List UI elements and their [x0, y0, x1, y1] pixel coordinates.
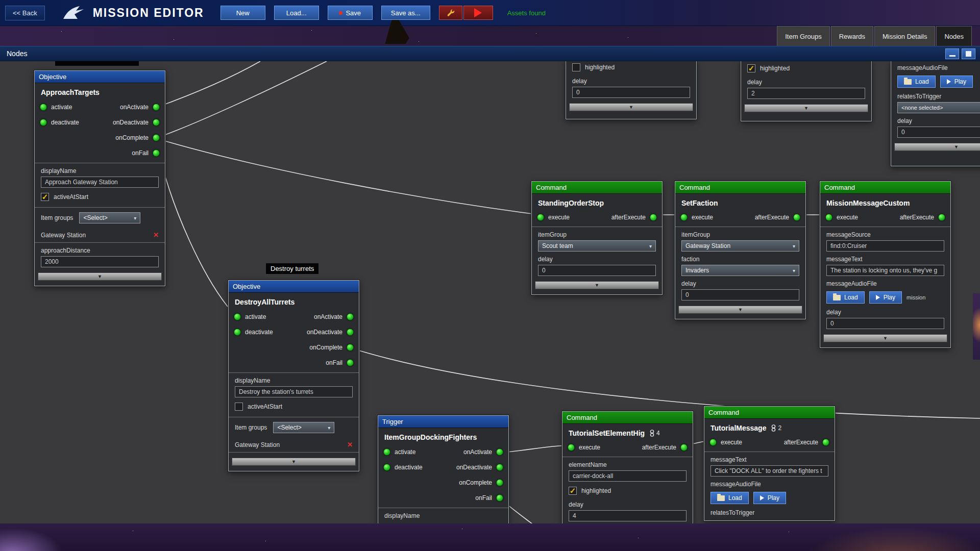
tab-mission-details[interactable]: Mission Details [874, 26, 935, 46]
input-port-icon[interactable] [383, 448, 390, 456]
input-port-icon[interactable] [568, 444, 575, 451]
port-onactivate[interactable]: onActivate [310, 313, 354, 320]
item-groups-dropdown[interactable]: <Select> ▾ [79, 212, 140, 223]
node-header[interactable]: Command [532, 182, 662, 194]
input-port-icon[interactable] [40, 104, 47, 111]
port-activate[interactable]: activate [383, 448, 420, 456]
output-port-icon[interactable] [153, 149, 160, 157]
node-command-tutorialsetelement[interactable]: Command TutorialSetElementHig 4 execute … [562, 411, 693, 523]
port-execute[interactable]: execute [568, 444, 604, 451]
port-execute[interactable]: execute [537, 214, 574, 221]
port-execute[interactable]: execute [825, 214, 862, 221]
message-text-input[interactable]: The station is locking onto us, they've … [826, 265, 944, 276]
node-scrollbar[interactable]: ▼ [744, 104, 868, 112]
play-audio-button[interactable]: Play [753, 492, 786, 504]
delay-input[interactable]: 2 [747, 88, 865, 99]
output-port-icon[interactable] [496, 494, 503, 502]
save-as-button[interactable]: Save as... [381, 6, 430, 20]
node-scrollbar[interactable]: ▼ [535, 281, 659, 289]
run-mission-button[interactable] [463, 6, 493, 20]
output-port-icon[interactable] [793, 214, 800, 221]
node-partial-top-right[interactable]: messageAudioFile Load Play relatesToTrig… [891, 61, 980, 166]
node-scrollbar[interactable]: ▼ [232, 458, 356, 466]
new-button[interactable]: New [220, 6, 265, 20]
node-header[interactable]: Command [562, 412, 693, 424]
port-afterexecute[interactable]: afterExecute [607, 214, 657, 221]
load-mission-button[interactable]: Load... [274, 6, 319, 20]
approach-distance-input[interactable]: 2000 [41, 256, 159, 267]
input-port-icon[interactable] [537, 214, 544, 221]
node-trigger-dockingfighters[interactable]: Trigger ItemGroupDockingFighters activat… [378, 415, 509, 523]
node-scrollbar[interactable]: ▼ [569, 103, 693, 111]
element-name-input[interactable]: carrier-dock-all [569, 470, 687, 482]
output-port-icon[interactable] [347, 344, 354, 351]
node-objective-destroyallturrets[interactable]: Objective DestroyAllTurrets activate onA… [228, 280, 359, 471]
message-text-input[interactable]: Click "DOCK ALL" to order the fighters t [710, 465, 828, 477]
node-label-destroy-turrets[interactable]: Destroy turrets [266, 263, 318, 274]
output-port-icon[interactable] [153, 134, 160, 141]
faction-dropdown[interactable]: Invaders ▾ [681, 265, 799, 276]
output-port-icon[interactable] [153, 104, 160, 111]
node-command-missionmessagecustom[interactable]: Command MissionMessageCustom execute aft… [820, 181, 951, 348]
minimize-button[interactable] [945, 48, 959, 59]
remove-item-button[interactable]: ✕ [153, 231, 159, 239]
port-ondeactivate[interactable]: onDeactivate [303, 329, 354, 336]
remove-item-button[interactable]: ✕ [347, 441, 353, 448]
input-port-icon[interactable] [234, 313, 241, 320]
item-group-dropdown[interactable]: Scout team ▾ [538, 240, 656, 252]
relates-to-trigger-dropdown[interactable]: <none selected> ▾ [897, 102, 980, 113]
item-groups-dropdown[interactable]: <Select> ▾ [273, 422, 334, 433]
output-port-icon[interactable] [938, 214, 945, 221]
port-ondeactivate[interactable]: onDeactivate [109, 119, 160, 126]
highlighted-checkbox[interactable] [572, 63, 580, 71]
node-header[interactable]: Objective [35, 71, 165, 83]
node-header[interactable]: Command [675, 182, 805, 194]
back-button[interactable]: << Back [5, 6, 45, 20]
port-execute[interactable]: execute [709, 439, 746, 446]
play-audio-button[interactable]: Play [869, 291, 902, 304]
output-port-icon[interactable] [347, 329, 354, 336]
port-afterexecute[interactable]: afterExecute [751, 214, 800, 221]
delay-input[interactable]: 4 [569, 510, 687, 521]
output-port-icon[interactable] [496, 448, 503, 456]
output-port-icon[interactable] [496, 464, 503, 471]
node-header[interactable]: Command [704, 407, 835, 419]
active-at-start-checkbox[interactable] [235, 403, 243, 411]
output-port-icon[interactable] [496, 479, 503, 486]
port-afterexecute[interactable]: afterExecute [638, 444, 688, 451]
tab-item-groups[interactable]: Item Groups [777, 26, 830, 46]
node-canvas[interactable]: Objective ApproachTargets activate onAct… [0, 61, 980, 523]
node-partial-top-a[interactable]: highlighted delay 0 ▼ [566, 61, 697, 119]
port-activate[interactable]: activate [234, 313, 270, 320]
node-command-tutorialmessage[interactable]: Command TutorialMessage 2 execute afterE… [704, 406, 835, 521]
node-label-cutoff[interactable] [55, 61, 139, 66]
node-partial-top-b[interactable]: ✓ highlighted delay 2 ▼ [741, 61, 872, 121]
node-header[interactable]: Command [820, 182, 950, 194]
load-audio-button[interactable]: Load [710, 492, 749, 504]
display-name-input[interactable]: Destroy the station's turrets [235, 386, 353, 397]
port-activate[interactable]: activate [40, 104, 76, 111]
input-port-icon[interactable] [825, 214, 832, 221]
input-port-icon[interactable] [383, 464, 390, 471]
tools-wrench-button[interactable] [439, 6, 462, 20]
display-name-input[interactable]: Approach Gateway Station [41, 177, 159, 188]
output-port-icon[interactable] [347, 313, 354, 320]
port-afterexecute[interactable]: afterExecute [780, 439, 829, 446]
delay-input[interactable]: 0 [538, 265, 656, 276]
output-port-icon[interactable] [153, 119, 160, 126]
output-port-icon[interactable] [822, 439, 829, 446]
port-onactivate[interactable]: onActivate [116, 104, 160, 111]
node-objective-approachtargets[interactable]: Objective ApproachTargets activate onAct… [34, 70, 165, 286]
port-onfail[interactable]: onFail [322, 359, 354, 366]
highlighted-checkbox[interactable]: ✓ [569, 487, 577, 495]
tab-rewards[interactable]: Rewards [831, 26, 873, 46]
highlighted-checkbox[interactable]: ✓ [747, 64, 755, 72]
delay-input[interactable]: 0 [897, 127, 980, 138]
save-button[interactable]: Save [328, 6, 373, 20]
port-deactivate[interactable]: deactivate [383, 464, 427, 471]
input-port-icon[interactable] [680, 214, 688, 221]
port-onfail[interactable]: onFail [128, 149, 160, 157]
port-afterexecute[interactable]: afterExecute [896, 214, 945, 221]
port-oncomplete[interactable]: onComplete [455, 479, 503, 486]
maximize-button[interactable] [962, 48, 975, 59]
